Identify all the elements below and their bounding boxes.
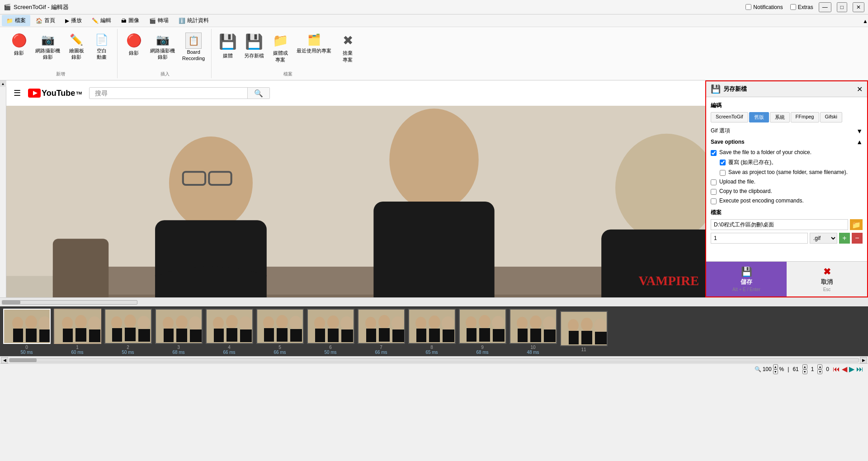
ribbon-btn-board[interactable]: 📋 Board Recording <box>179 31 208 64</box>
frame-item-6[interactable]: 6 50 ms <box>306 309 355 355</box>
tab-system[interactable]: 系統 <box>770 112 790 122</box>
overwrite-checkbox[interactable] <box>720 160 726 165</box>
hamburger-btn[interactable]: ☰ <box>14 88 21 98</box>
ribbon-btn-blank[interactable]: 📄 空白 動畫 <box>90 31 113 62</box>
ribbon-btn-record[interactable]: 🔴 錄影 <box>7 31 31 58</box>
extras-checkbox[interactable] <box>790 4 796 10</box>
save-folder-checkbox[interactable] <box>711 150 717 156</box>
menu-file[interactable]: 📁 檔案 <box>2 15 30 26</box>
menu-transition[interactable]: 🎬 轉場 <box>145 15 173 26</box>
nav-next-btn[interactable]: ▶ <box>849 365 854 373</box>
scroll-left-btn[interactable]: ◀ <box>1 357 8 363</box>
filename-input[interactable] <box>711 233 808 244</box>
zoom-up-btn[interactable]: ▲ <box>773 364 778 369</box>
tab-gifski[interactable]: Gifski <box>820 112 843 122</box>
frame-item-0[interactable]: 0 50 ms <box>2 309 52 355</box>
menu-image[interactable]: 🏔 圖像 <box>117 15 144 26</box>
folder-icon: 📁 <box>852 221 861 229</box>
transition-icon: 🎬 <box>149 18 156 24</box>
youtube-logo[interactable]: YouTube TM <box>28 89 82 98</box>
ribbon-collapse-btn[interactable]: ▲ <box>863 18 868 24</box>
scroll-up-btn[interactable]: ▲ <box>0 80 6 87</box>
ribbon-btn-webcam[interactable]: 📷 網路攝影機 錄影 <box>33 31 63 62</box>
remove-btn[interactable]: − <box>852 233 863 244</box>
frame-item-1[interactable]: 1 60 ms <box>52 309 102 355</box>
status-up2-btn[interactable]: ▲ <box>817 364 822 369</box>
save-dialog-close-btn[interactable]: ✕ <box>857 85 863 94</box>
notifications-checkbox[interactable] <box>745 4 751 10</box>
frame-thumb-8 <box>408 309 456 344</box>
browse-folder-btn[interactable]: 📁 <box>850 219 863 230</box>
search-button[interactable]: 🔍 <box>247 88 269 99</box>
menu-stats[interactable]: ℹ️ 統計資料 <box>174 15 213 26</box>
minimize-button[interactable]: — <box>819 2 831 12</box>
frame-item-9[interactable]: 9 68 ms <box>458 309 507 355</box>
frame-item-3[interactable]: 3 68 ms <box>154 309 203 355</box>
h-scroll-thumb[interactable] <box>9 358 37 362</box>
frame-item-4[interactable]: 4 66 ms <box>204 309 254 355</box>
menu-edit[interactable]: ✏️ 編輯 <box>87 15 116 26</box>
ribbon-btn-discard[interactable]: ✖ 捨棄 專案 <box>336 31 359 65</box>
ribbon-group-label-insert: 插入 <box>160 71 170 78</box>
ribbon-btn-saveas[interactable]: 💾 另存新檔 <box>241 31 267 61</box>
menu-play[interactable]: ▶ 播放 <box>61 15 86 26</box>
save-button[interactable]: 💾 儲存 Alt + E / Enter <box>706 262 787 296</box>
timeline-scrollbar-thumb[interactable] <box>2 301 20 304</box>
status-down2-btn[interactable]: ▼ <box>817 369 822 374</box>
frame-thumb-10 <box>509 309 557 344</box>
extension-select[interactable]: .gif .webp .apng <box>810 233 837 244</box>
horizontal-scrollbar[interactable]: ◀ ▶ <box>0 356 868 363</box>
frame-item-8[interactable]: 8 65 ms <box>407 309 457 355</box>
ribbon-btn-webcam2[interactable]: 📷 網路攝影機 錄影 <box>147 31 178 62</box>
image-icon: 🏔 <box>121 18 127 24</box>
youtube-search[interactable]: 🔍 <box>89 87 270 99</box>
ribbon-btn-recent[interactable]: 🗂️ 最近使用的專案 <box>294 31 334 56</box>
save-icon: 💾 <box>711 84 721 94</box>
side-scroll: ▲ <box>0 80 6 297</box>
svg-rect-54 <box>226 328 237 342</box>
tab-legacy[interactable]: 舊版 <box>749 112 769 122</box>
ribbon-btn-draw[interactable]: ✏️ 繪圖板 錄影 <box>65 31 88 62</box>
scroll-right-btn[interactable]: ▶ <box>860 357 867 363</box>
clipboard-checkbox[interactable] <box>711 189 717 195</box>
zoom-down-btn[interactable]: ▼ <box>773 369 778 374</box>
ribbon-btn-media[interactable]: 💾 媒體 <box>216 31 240 61</box>
frame-item-2[interactable]: 2 50 ms <box>103 309 153 355</box>
file-path-input[interactable] <box>711 219 848 230</box>
status-spinner1[interactable]: ▲ ▼ <box>802 364 807 374</box>
frame-item-7[interactable]: 7 66 ms <box>356 309 406 355</box>
svg-rect-16 <box>373 202 494 297</box>
h-scroll-track[interactable] <box>9 358 859 362</box>
nav-last-btn[interactable]: ⏭ <box>856 365 863 373</box>
add-btn[interactable]: + <box>839 233 850 244</box>
frame-item-10[interactable]: 10 48 ms <box>508 309 558 355</box>
post-cmd-checkbox[interactable] <box>711 198 717 204</box>
ribbon-btn-record2[interactable]: 🔴 錄影 <box>122 31 146 58</box>
upload-checkbox[interactable] <box>711 179 717 185</box>
zoom-percent: % <box>779 366 784 372</box>
ribbon-btn-media-proj[interactable]: 📁 媒體或 專案 <box>269 31 292 65</box>
tab-screentogif[interactable]: ScreenToGif <box>711 112 748 122</box>
save-project-checkbox[interactable] <box>720 170 726 176</box>
cancel-button[interactable]: ✖ 取消 Esc <box>787 262 867 296</box>
file-icon: 📁 <box>6 18 13 24</box>
search-input[interactable] <box>90 88 247 99</box>
nav-first-btn[interactable]: ⏮ <box>833 365 840 373</box>
menu-home[interactable]: 🏠 首頁 <box>31 15 60 26</box>
zoom-spinner[interactable]: ▲ ▼ <box>773 364 778 374</box>
tab-ffmpeg[interactable]: FFmpeg <box>791 112 819 122</box>
status-down1-btn[interactable]: ▼ <box>802 369 807 374</box>
frame-item-11[interactable]: 11 <box>559 311 609 352</box>
maximize-button[interactable]: □ <box>837 2 847 12</box>
close-button[interactable]: ✕ <box>853 2 864 12</box>
save-options-collapse-btn[interactable]: ▲ <box>856 138 863 146</box>
gif-options-expand-btn[interactable]: ▼ <box>856 127 863 135</box>
svg-rect-66 <box>315 329 325 342</box>
frame-num-8: 8 <box>430 345 433 350</box>
timeline-scrollbar[interactable] <box>2 300 137 305</box>
nav-prev-btn[interactable]: ◀ <box>842 365 847 373</box>
status-spinner2[interactable]: ▲ ▼ <box>817 364 822 374</box>
frame-item-5[interactable]: 5 66 ms <box>255 309 305 355</box>
status-up1-btn[interactable]: ▲ <box>802 364 807 369</box>
stats-icon: ℹ️ <box>179 18 185 24</box>
